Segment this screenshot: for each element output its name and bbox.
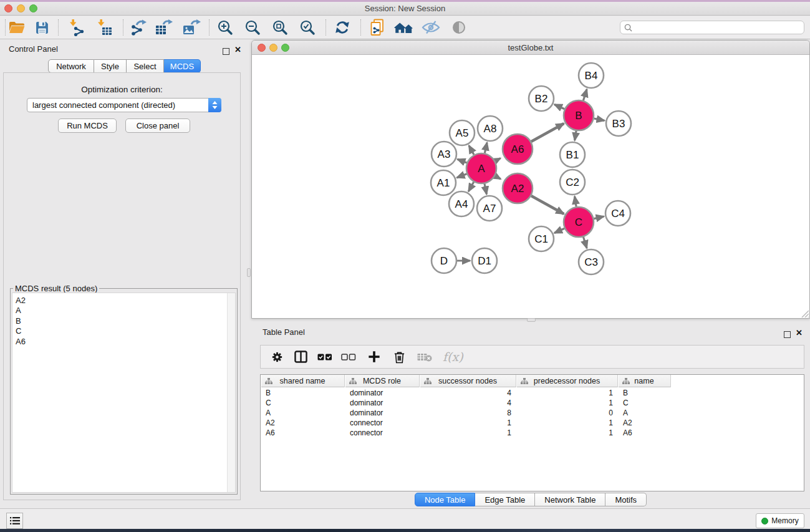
memory-button[interactable]: Memory [756, 513, 804, 528]
graph-node-D1[interactable]: D1 [472, 248, 497, 273]
show-all-button[interactable] [394, 18, 413, 37]
duplicate-network-button[interactable] [368, 18, 387, 37]
edge-C-C3[interactable] [583, 237, 587, 248]
mcds-result-list[interactable]: A2ABCA6 [12, 293, 236, 493]
table-panel-float-button[interactable] [784, 329, 791, 341]
column-header-predecessor-nodes[interactable]: predecessor nodes [516, 375, 618, 387]
edge-B-B4[interactable] [583, 89, 587, 100]
table-panel-close-button[interactable]: ✕ [796, 328, 803, 337]
edge-B-B1[interactable] [575, 131, 576, 141]
export-table-button[interactable] [155, 18, 173, 37]
refresh-button[interactable] [333, 18, 352, 37]
edge-A-A8[interactable] [485, 142, 487, 153]
network-canvas[interactable]: AA5A8A3A1A4A7A6A2BB2B4B3B1CC2C4C1C3DD1 [252, 55, 809, 318]
result-item[interactable]: C [16, 326, 26, 336]
edge-C-C2[interactable] [575, 196, 577, 207]
tab-network[interactable]: Network [48, 59, 94, 73]
table-row[interactable]: A6connector11A6 [261, 428, 804, 438]
tab-mcds[interactable]: MCDS [164, 59, 201, 73]
deselect-all-button[interactable] [339, 347, 358, 366]
column-visibility-button[interactable] [292, 347, 309, 366]
save-session-button[interactable] [32, 18, 51, 37]
horizontal-splitter-handle[interactable] [527, 318, 536, 322]
edge-A-A4[interactable] [468, 182, 474, 191]
graph-node-B1[interactable]: B1 [560, 142, 585, 167]
graph-node-A6[interactable]: A6 [503, 134, 533, 164]
search-field[interactable] [620, 21, 804, 34]
table-row[interactable]: A2connector11A2 [261, 418, 804, 428]
graph-node-A5[interactable]: A5 [450, 120, 475, 145]
table-row[interactable]: Cdominator41C [261, 398, 804, 408]
edge-C-C1[interactable] [554, 228, 564, 233]
vertical-splitter-handle[interactable] [247, 268, 251, 277]
close-panel-button[interactable]: Close panel [125, 118, 190, 133]
graph-node-A1[interactable]: A1 [431, 170, 456, 195]
graph-node-A[interactable]: A [466, 153, 496, 183]
import-table-button[interactable] [95, 18, 113, 37]
edge-C-C4[interactable] [594, 216, 604, 219]
optimization-dropdown[interactable]: largest connected component (directed) [27, 98, 221, 112]
import-network-button[interactable] [67, 18, 85, 37]
edge-B-B2[interactable] [554, 104, 564, 109]
result-item[interactable]: B [16, 316, 26, 326]
graph-node-C1[interactable]: C1 [529, 226, 554, 251]
edge-A6-B[interactable] [531, 123, 564, 142]
graph-node-C3[interactable]: C3 [579, 249, 604, 274]
result-item[interactable]: A [16, 306, 26, 316]
add-column-button[interactable] [365, 347, 383, 366]
graph-node-B4[interactable]: B4 [579, 63, 604, 88]
edge-A-A2[interactable] [495, 176, 501, 179]
zoom-selected-button[interactable] [298, 18, 317, 37]
tab-style[interactable]: Style [94, 59, 127, 73]
edge-A2-C[interactable] [531, 196, 564, 214]
edge-A-A1[interactable] [457, 174, 467, 178]
table-settings-button[interactable] [268, 347, 286, 366]
function-builder-button[interactable]: f(x) [443, 350, 463, 364]
resize-grip-icon[interactable] [800, 309, 809, 317]
graph-node-A4[interactable]: A4 [449, 191, 474, 216]
graph-node-A3[interactable]: A3 [432, 142, 456, 167]
edge-A-A7[interactable] [485, 183, 486, 194]
zoom-in-button[interactable] [216, 18, 234, 37]
column-header-MCDS-role[interactable]: MCDS role [345, 375, 420, 387]
table-row[interactable]: Bdominator41B [261, 388, 804, 398]
graph-node-C[interactable]: C [564, 207, 594, 237]
result-scrollbar[interactable] [227, 293, 235, 492]
control-panel-float-button[interactable] [223, 46, 229, 57]
open-file-button[interactable] [7, 18, 26, 37]
graph-node-B2[interactable]: B2 [529, 86, 554, 111]
tab-node-table[interactable]: Node Table [415, 493, 476, 506]
edge-A-A5[interactable] [469, 145, 474, 155]
control-panel-close-button[interactable]: ✕ [234, 45, 241, 54]
tab-edge-table[interactable]: Edge Table [475, 493, 535, 506]
task-history-button[interactable] [6, 513, 23, 529]
edge-A-A3[interactable] [457, 159, 466, 163]
graph-node-D[interactable]: D [432, 248, 456, 273]
graph-node-B3[interactable]: B3 [606, 111, 631, 136]
export-image-button[interactable] [182, 18, 201, 37]
column-header-name[interactable]: name [618, 375, 671, 387]
tab-select[interactable]: Select [127, 59, 164, 73]
graph-node-C2[interactable]: C2 [560, 170, 585, 195]
network-window-titlebar[interactable]: testGlobe.txt [252, 41, 809, 55]
graph-node-A2[interactable]: A2 [503, 173, 533, 203]
result-item[interactable]: A6 [16, 337, 26, 347]
tab-motifs[interactable]: Motifs [605, 493, 647, 506]
graph-node-A7[interactable]: A7 [477, 196, 502, 221]
table-row[interactable]: Adominator80A [261, 408, 804, 418]
zoom-fit-button[interactable] [271, 18, 289, 37]
delete-column-button[interactable] [390, 347, 408, 366]
column-header-successor-nodes[interactable]: successor nodes [420, 375, 516, 387]
select-all-button[interactable] [316, 347, 334, 366]
column-header-shared-name[interactable]: shared name [261, 375, 345, 387]
graph-node-B[interactable]: B [564, 100, 594, 130]
zoom-out-button[interactable] [243, 18, 262, 37]
search-input[interactable] [632, 23, 804, 32]
delete-table-button[interactable] [415, 347, 434, 366]
edge-B-B3[interactable] [594, 118, 604, 120]
hide-selected-button[interactable] [422, 18, 440, 37]
graph-node-C4[interactable]: C4 [605, 201, 630, 226]
result-item[interactable]: A2 [16, 296, 26, 306]
edge-A-A6[interactable] [495, 158, 501, 162]
tab-network-table[interactable]: Network Table [535, 493, 605, 506]
